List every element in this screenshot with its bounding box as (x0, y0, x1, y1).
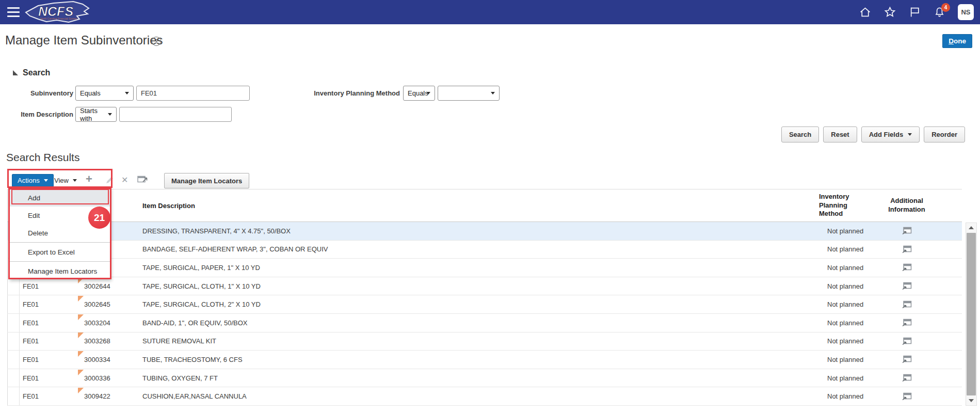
logo-text: NCFS (38, 4, 73, 19)
cell-additional-information[interactable] (874, 263, 939, 272)
item-number: 3002645 (77, 300, 110, 308)
done-button[interactable]: Done (942, 34, 972, 48)
additional-information-icon[interactable] (902, 282, 912, 290)
cell-planning-method: Not planned (815, 282, 874, 290)
add-row-icon[interactable]: + (86, 172, 92, 186)
view-menu-button[interactable]: View (50, 174, 81, 187)
cell-additional-information[interactable] (874, 392, 939, 401)
subinventory-input[interactable] (136, 86, 250, 101)
table-row[interactable]: FE01 3003268 SUTURE REMOVAL KIT Not plan… (7, 332, 962, 351)
cell-additional-information[interactable] (874, 227, 939, 235)
cell-description: CUSHION,EAR,NASAL CANNULA (138, 392, 815, 400)
chevron-down-icon (908, 133, 912, 136)
additional-information-icon[interactable] (902, 227, 912, 235)
table-row[interactable]: TAPE, SURGICAL, PAPER, 1" X 10 YD Not pl… (7, 259, 962, 277)
cell-planning-method: Not planned (815, 356, 874, 363)
subinventory-label: Subinventory (0, 86, 73, 101)
additional-information-icon[interactable] (902, 374, 912, 382)
cell-additional-information[interactable] (874, 337, 939, 345)
row-selector-gutter[interactable] (7, 369, 20, 387)
cell-description: TAPE, SURGICAL, CLOTH, 1" X 10 YD (138, 282, 815, 290)
collapse-triangle-icon (13, 70, 18, 75)
table-row[interactable]: FE01 3000336 TUBING, OXYGEN, 7 FT Not pl… (7, 369, 962, 388)
additional-information-icon[interactable] (902, 355, 912, 363)
cell-additional-information[interactable] (874, 245, 939, 253)
row-selector-gutter[interactable] (7, 295, 20, 313)
help-icon[interactable]: ? (152, 37, 161, 46)
header-inventory-planning-method[interactable]: Inventory Planning Method (815, 193, 874, 219)
actions-menu-item[interactable]: Manage Item Locators (9, 262, 110, 280)
search-button[interactable]: Search (781, 126, 819, 142)
favorites-star-icon[interactable] (883, 6, 896, 19)
menu-item-label: Export to Excel (28, 248, 75, 256)
scroll-down-button[interactable] (966, 397, 976, 405)
additional-information-icon[interactable] (902, 319, 912, 327)
additional-information-icon[interactable] (902, 263, 912, 272)
actions-menu-item[interactable]: Add (9, 189, 110, 207)
cell-description: DRESSING, TRANSPARENT, 4" X 4.75", 50/BO… (138, 227, 815, 235)
table-row[interactable]: FE01 3002644 TAPE, SURGICAL, CLOTH, 1" X… (7, 277, 962, 296)
scroll-up-button[interactable] (966, 224, 976, 232)
table-row[interactable]: FE01 3009422 CUSHION,EAR,NASAL CANNULA N… (7, 387, 962, 406)
cell-item: 3000336 (77, 374, 138, 382)
manage-item-locators-button[interactable]: Manage Item Locators (164, 173, 249, 188)
delete-x-icon[interactable]: ✕ (121, 175, 128, 185)
page-title: Manage Item Subinventories (5, 33, 163, 47)
row-selector-gutter[interactable] (7, 387, 20, 405)
chevron-down-icon (426, 92, 430, 94)
actions-menu-item[interactable]: Edit (9, 207, 110, 224)
actions-label: Actions (18, 177, 40, 184)
additional-information-icon[interactable] (902, 300, 912, 309)
table-row[interactable]: FE01 3000334 TUBE, TRACHEOSTOMY, 6 CFS N… (7, 351, 962, 369)
avatar[interactable]: NS (958, 4, 974, 20)
flag-corner-icon (78, 351, 84, 357)
table-row[interactable]: FE01 3003204 BAND-AID, 1", OR EQUIV, 50/… (7, 314, 962, 332)
vertical-scrollbar[interactable] (966, 223, 977, 406)
cell-additional-information[interactable] (874, 319, 939, 327)
table-row[interactable]: BANDAGE, SELF-ADHERENT WRAP, 3", COBAN O… (7, 241, 962, 259)
detach-table-icon[interactable] (137, 176, 148, 186)
header-item-description[interactable]: Item Description (138, 202, 815, 210)
actions-menu-button[interactable]: Actions (12, 174, 54, 187)
item-description-operator-select[interactable]: Starts with (75, 107, 117, 122)
menu-divider (9, 261, 110, 262)
additional-information-icon[interactable] (902, 337, 912, 345)
search-section-header[interactable]: Search (13, 68, 50, 77)
home-icon[interactable] (859, 6, 871, 19)
add-fields-button[interactable]: Add Fields (861, 126, 920, 142)
cell-additional-information[interactable] (874, 300, 939, 309)
additional-information-icon[interactable] (902, 392, 912, 401)
cell-additional-information[interactable] (874, 374, 939, 382)
actions-menu-item[interactable]: Export to Excel (9, 243, 110, 261)
additional-information-icon[interactable] (902, 245, 912, 253)
row-selector-gutter[interactable] (7, 351, 20, 369)
cell-planning-method: Not planned (815, 227, 874, 235)
results-table-body: DRESSING, TRANSPARENT, 4" X 4.75", 50/BO… (7, 222, 962, 406)
subinventory-operator-select[interactable]: Equals (75, 86, 134, 101)
actions-menu-item[interactable]: Delete (9, 224, 110, 242)
flag-icon[interactable] (908, 6, 921, 19)
cell-additional-information[interactable] (874, 282, 939, 290)
header-additional-information[interactable]: Additional Information (874, 197, 939, 214)
cell-subinventory: FE01 (20, 300, 77, 308)
scrollbar-thumb[interactable] (967, 233, 976, 395)
reorder-button[interactable]: Reorder (924, 126, 965, 142)
planning-method-value-select[interactable] (438, 86, 500, 101)
table-row[interactable]: FE01 3002645 TAPE, SURGICAL, CLOTH, 2" X… (7, 295, 962, 314)
item-description-input[interactable] (119, 107, 232, 122)
planning-method-operator-select[interactable]: Equals (403, 86, 435, 101)
cell-planning-method: Not planned (815, 264, 874, 272)
row-selector-gutter[interactable] (7, 332, 20, 351)
table-row[interactable]: DRESSING, TRANSPARENT, 4" X 4.75", 50/BO… (7, 222, 962, 241)
menu-item-label: Edit (28, 212, 40, 219)
global-header: NCFS North Carolina Financial System (0, 0, 980, 24)
cell-subinventory: FE01 (20, 392, 77, 400)
row-selector-gutter[interactable] (7, 314, 20, 332)
ncfs-logo[interactable]: NCFS North Carolina Financial System (23, 0, 95, 24)
edit-pencil-icon[interactable] (105, 176, 114, 187)
cell-additional-information[interactable] (874, 355, 939, 363)
cell-subinventory: FE01 (20, 319, 77, 327)
notifications-bell-icon[interactable]: 4 (933, 6, 945, 19)
menu-icon[interactable] (7, 7, 20, 17)
reset-button[interactable]: Reset (823, 126, 857, 142)
